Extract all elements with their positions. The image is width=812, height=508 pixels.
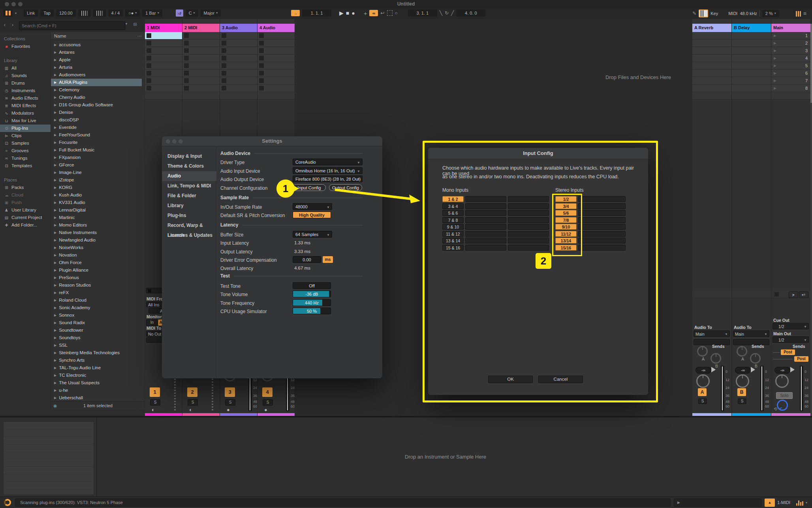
sidebar-item-tunings[interactable]: ≍Tunings	[0, 155, 51, 162]
disclosure-triangle-icon[interactable]: ▶	[54, 387, 56, 394]
more-options-icon[interactable]: ⋯	[137, 32, 142, 40]
history-back-icon[interactable]: ‹	[2, 22, 8, 28]
disclosure-triangle-icon[interactable]: ▶	[54, 221, 56, 229]
disclosure-triangle-icon[interactable]: ▶	[54, 281, 56, 289]
clip-stop-icon[interactable]	[184, 78, 189, 83]
return-slot[interactable]	[732, 62, 771, 70]
track-header[interactable]: 1 MIDI	[145, 24, 182, 32]
clip-stop-icon[interactable]	[222, 41, 226, 45]
clip-slot[interactable]	[182, 47, 220, 55]
settings-nav-plug-ins[interactable]: Plug-Ins	[162, 211, 216, 221]
disclosure-triangle-icon[interactable]: ▶	[54, 259, 56, 266]
clip-slot[interactable]	[220, 85, 257, 92]
filter-caret-icon[interactable]: ▾	[123, 22, 130, 26]
clip-stop-icon[interactable]	[259, 63, 264, 68]
link-button[interactable]: Link	[24, 9, 38, 17]
stop-clips-row[interactable]	[732, 291, 771, 298]
list-item[interactable]: ▶Plugin Alliance	[51, 266, 142, 274]
scene-play-icon[interactable]: ▶	[774, 34, 776, 38]
list-item[interactable]: ▶Audiomovers	[51, 71, 142, 79]
list-item[interactable]: ▶Eventide	[51, 124, 142, 131]
disclosure-triangle-icon[interactable]: ▶	[54, 169, 56, 176]
settings-nav-link-tempo-midi[interactable]: Link, Tempo & MIDI	[162, 181, 216, 191]
scene-play-icon[interactable]: ▶	[774, 86, 776, 90]
sidebar-item-modulators[interactable]: ∿Modulators	[0, 110, 51, 117]
track-activator-button[interactable]: 2	[187, 387, 197, 397]
scene-slot[interactable]: ▶8	[771, 85, 810, 92]
clip-stop-icon[interactable]	[184, 41, 189, 45]
main-out-menu[interactable]: 1/2▼	[773, 336, 809, 343]
sidebar-item-max-for-live[interactable]: ⊔Max for Live	[0, 117, 51, 125]
list-item[interactable]: ▶Cherry Audio	[51, 94, 142, 101]
clip-stop-icon[interactable]	[222, 56, 226, 60]
empty-scene-slot[interactable]	[182, 92, 220, 100]
clip-slot[interactable]	[220, 40, 257, 47]
show-midi-panel-button[interactable]: ▲	[765, 499, 775, 507]
settings-nav-licenses-updates[interactable]: Licenses & Updates	[162, 230, 216, 240]
clip-slot[interactable]	[258, 40, 295, 47]
clip-stop-icon[interactable]	[147, 41, 151, 45]
clip-preview-panel[interactable]	[3, 421, 94, 495]
empty-scene-slot[interactable]	[145, 92, 182, 100]
key-root-menu[interactable]: C▾	[186, 9, 198, 17]
disclosure-triangle-icon[interactable]: ▶	[54, 131, 56, 139]
clip-stop-icon[interactable]	[222, 63, 226, 68]
return-activator-button[interactable]: B	[737, 388, 746, 396]
disclosure-triangle-icon[interactable]: ▶	[54, 319, 56, 327]
clip-stop-icon[interactable]	[259, 71, 264, 76]
disclosure-triangle-icon[interactable]: ▶	[54, 161, 56, 169]
list-item[interactable]: ▶GForce	[51, 161, 142, 169]
sidebar-item-instruments[interactable]: ◷Instruments	[0, 87, 51, 94]
history-forward-icon[interactable]: ›	[9, 22, 16, 28]
clip-slot[interactable]	[258, 32, 295, 40]
empty-scene-slot[interactable]	[732, 92, 771, 100]
draw-region-icon[interactable]	[387, 10, 393, 16]
clip-slot[interactable]	[145, 62, 182, 70]
disclosure-triangle-icon[interactable]: ▶	[54, 101, 56, 109]
sidebar-item-samples[interactable]: ⊡Samples	[0, 140, 51, 147]
send-b-knob[interactable]	[710, 353, 721, 364]
arrangement-position-field[interactable]: 1. 1. 1	[302, 9, 331, 17]
clip-slot[interactable]	[258, 70, 295, 77]
clip-stop-icon[interactable]	[222, 86, 226, 91]
clip-stop-icon[interactable]	[147, 78, 151, 83]
settings-nav-record-warp-launch[interactable]: Record, Warp & Launch	[162, 221, 216, 230]
sidebar-item-grooves[interactable]: ≈Grooves	[0, 147, 51, 155]
settings-nav-file-folder[interactable]: File & Folder	[162, 191, 216, 201]
disclosure-triangle-icon[interactable]: ▶	[54, 214, 56, 221]
clip-slot[interactable]	[182, 85, 220, 92]
clip-stop-icon[interactable]	[184, 33, 189, 38]
clip-stop-icon[interactable]	[259, 78, 264, 83]
cpu-usage-simulator-slider[interactable]: 50 %	[293, 308, 331, 314]
clip-stop-icon[interactable]	[259, 86, 264, 91]
clip-slot[interactable]	[220, 70, 257, 77]
disclosure-triangle-icon[interactable]: ▶	[54, 266, 56, 274]
sidebar-item-sounds[interactable]: ♫Sounds	[0, 72, 51, 79]
disclosure-triangle-icon[interactable]: ▶	[54, 379, 56, 387]
clip-stop-icon[interactable]	[222, 71, 226, 76]
list-item[interactable]: ▶Steinberg Media Technologies	[51, 349, 142, 357]
output-config-button[interactable]: Output Config	[329, 184, 362, 191]
arm-record-icon[interactable]: ●	[264, 407, 267, 413]
disclosure-triangle-icon[interactable]: ▶	[54, 342, 56, 349]
clip-slot[interactable]	[145, 77, 182, 85]
browser-list-header[interactable]: Name ⋯	[51, 32, 145, 40]
sidebar-item-templates[interactable]: ⊟Templates	[0, 162, 51, 170]
clip-stop-icon[interactable]	[222, 48, 226, 53]
clip-stop-icon[interactable]	[184, 86, 189, 91]
clip-slot[interactable]	[145, 55, 182, 62]
list-item[interactable]: ▶Image-Line	[51, 169, 142, 176]
return-slot[interactable]	[692, 77, 731, 85]
play-button[interactable]: ▶	[339, 10, 344, 16]
clip-slot[interactable]	[182, 77, 220, 85]
settings-nav-audio[interactable]: Audio	[162, 171, 216, 181]
audio-input-device-menu[interactable]: Omnibus Home (16 In, 16 Out)▼	[293, 167, 363, 174]
metronome-b-icon[interactable]	[93, 9, 106, 17]
clip-slot[interactable]	[258, 47, 295, 55]
clip-slot[interactable]	[182, 55, 220, 62]
volume-knob[interactable]	[736, 374, 749, 388]
scene-play-icon[interactable]: ▶	[774, 41, 776, 45]
send-a-knob[interactable]	[697, 346, 708, 357]
stop-clips-row[interactable]	[692, 291, 731, 298]
sidebar-item-audio-effects[interactable]: ≋Audio Effects	[0, 94, 51, 102]
